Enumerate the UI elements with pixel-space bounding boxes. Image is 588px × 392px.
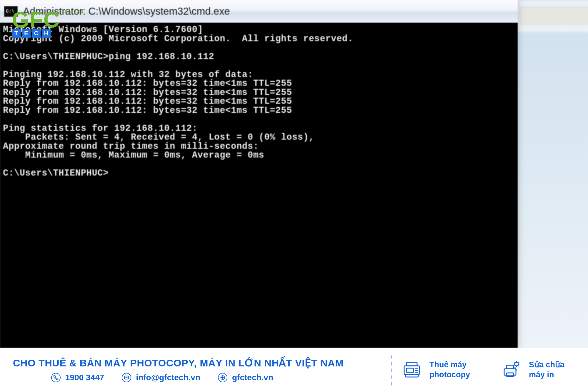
footer-service-rent[interactable]: Thuê máy photocopy <box>391 354 481 386</box>
footer-site[interactable]: gfctech.vn <box>218 373 273 382</box>
screenshot-stage: Administrator: C:\Windows\system32\cmd.e… <box>0 0 588 348</box>
watermark-subletter: C <box>32 29 41 38</box>
watermark-subletter: T <box>12 29 21 38</box>
svg-rect-3 <box>407 362 417 366</box>
svg-rect-8 <box>405 375 418 377</box>
svg-rect-4 <box>407 368 414 372</box>
copier-icon <box>402 360 421 380</box>
globe-icon <box>218 373 227 382</box>
footer-site-text: gfctech.vn <box>232 373 273 382</box>
watermark-since: Since 2013 <box>62 10 83 14</box>
footer-main: CHO THUÊ & BÁN MÁY PHOTOCOPY, MÁY IN LỚN… <box>13 358 381 382</box>
watermark-subletters: TECH <box>12 29 83 38</box>
svg-point-12 <box>515 362 518 366</box>
cmd-window: Administrator: C:\Windows\system32\cmd.e… <box>0 0 518 348</box>
watermark-subletter: H <box>42 29 51 38</box>
footer-service-repair[interactable]: Sửa chữa máy in <box>491 354 575 386</box>
footer-phone[interactable]: 1900 3447 <box>51 373 104 382</box>
footer-email[interactable]: info@gfctech.vn <box>122 373 200 382</box>
phone-icon <box>51 373 61 382</box>
watermark-brand: GFC <box>12 11 60 28</box>
background-blurred-button <box>520 7 588 24</box>
footer-svc2-line1: Sửa chữa <box>529 360 564 370</box>
footer-headline: CHO THUÊ & BÁN MÁY PHOTOCOPY, MÁY IN LỚN… <box>13 358 381 368</box>
footer-svc1-line1: Thuê máy <box>429 360 470 370</box>
footer-contacts: 1900 3447 info@gfctech.vn gfctech.vn <box>13 373 381 382</box>
footer-email-text: info@gfctech.vn <box>136 373 200 382</box>
cmd-terminal-output[interactable]: Microsoft Windows [Version 6.1.7600] Cop… <box>0 23 518 348</box>
ad-footer: CHO THUÊ & BÁN MÁY PHOTOCOPY, MÁY IN LỚN… <box>0 348 588 392</box>
footer-service-repair-label: Sửa chữa máy in <box>529 360 564 380</box>
svg-rect-9 <box>504 369 516 375</box>
footer-svc1-line2: photocopy <box>429 370 470 380</box>
mail-icon <box>122 373 131 382</box>
footer-phone-text: 1900 3447 <box>65 373 104 382</box>
footer-svc2-line2: máy in <box>529 370 564 380</box>
svg-rect-10 <box>507 365 514 369</box>
watermark-subletter: E <box>22 29 31 38</box>
watermark-logo: GFC Since 2013 TECH <box>12 10 83 38</box>
footer-service-rent-label: Thuê máy photocopy <box>429 360 470 380</box>
printer-repair-icon <box>502 360 521 380</box>
svg-rect-11 <box>507 373 514 376</box>
